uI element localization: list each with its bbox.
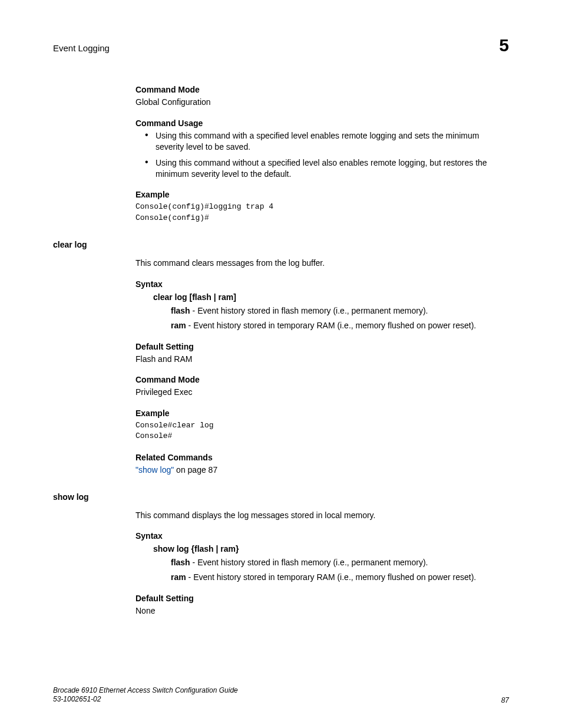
param-ram-desc: - Event history stored in temporary RAM …: [186, 572, 477, 582]
clear-log-content: This command clears messages from the lo…: [135, 258, 509, 476]
param-ram-name: ram: [171, 572, 186, 582]
param-ram-desc: - Event history stored in temporary RAM …: [186, 321, 477, 330]
heading-example: Example: [135, 190, 509, 199]
section-title: Event Logging: [53, 43, 110, 53]
heading-syntax: Syntax: [135, 531, 509, 541]
heading-command-usage: Command Usage: [135, 118, 509, 128]
related-commands-text: "show log" on page 87: [135, 465, 509, 476]
show-log-section: show log: [53, 492, 509, 502]
heading-syntax: Syntax: [135, 279, 509, 289]
param-flash-name: flash: [171, 558, 190, 567]
footer-doc-num: 53-1002651-02: [53, 695, 238, 704]
command-mode-text: Global Configuration: [135, 97, 509, 108]
param-flash-name: flash: [171, 306, 190, 315]
param-ram: ram - Event history stored in temporary …: [171, 572, 509, 583]
heading-default-setting: Default Setting: [135, 342, 509, 351]
example-code-block: Console#clear log Console#: [135, 420, 509, 442]
heading-default-setting: Default Setting: [135, 594, 509, 603]
heading-command-mode: Command Mode: [135, 375, 509, 384]
heading-example: Example: [135, 409, 509, 418]
prev-section-content: Command Mode Global Configuration Comman…: [135, 85, 509, 223]
show-log-intro: This command displays the log messages s…: [135, 510, 509, 521]
footer-page-num: 87: [501, 696, 509, 704]
footer-left: Brocade 6910 Ethernet Access Switch Conf…: [53, 686, 238, 704]
heading-related-commands: Related Commands: [135, 453, 509, 462]
usage-bullet-2: Using this command without a specified l…: [145, 157, 509, 180]
show-log-link[interactable]: "show log": [135, 465, 174, 475]
param-flash-desc: - Event history stored in flash memory (…: [190, 306, 428, 315]
param-ram: ram - Event history stored in temporary …: [171, 320, 509, 331]
clear-log-section: clear log: [53, 240, 509, 249]
syntax-block: clear log [flash | ram] flash - Event hi…: [153, 292, 509, 331]
syntax-command: clear log [flash | ram]: [153, 292, 509, 302]
param-flash-desc: - Event history stored in flash memory (…: [190, 558, 428, 567]
page-footer: Brocade 6910 Ethernet Access Switch Conf…: [53, 686, 509, 704]
default-setting-text: Flash and RAM: [135, 354, 509, 365]
related-after-text: on page 87: [174, 465, 217, 475]
sidebar-heading-show-log: show log: [53, 492, 135, 502]
param-flash: flash - Event history stored in flash me…: [171, 557, 509, 568]
footer-guide-title: Brocade 6910 Ethernet Access Switch Conf…: [53, 686, 238, 696]
syntax-command: show log {flash | ram}: [153, 544, 509, 554]
param-ram-name: ram: [171, 321, 186, 330]
param-flash: flash - Event history stored in flash me…: [171, 305, 509, 317]
default-setting-text: None: [135, 605, 509, 617]
usage-bullet-1: Using this command with a specified leve…: [145, 130, 509, 153]
sidebar-heading-clear-log: clear log: [53, 240, 135, 249]
command-mode-text: Privileged Exec: [135, 387, 509, 398]
example-code-block: Console(config)#logging trap 4 Console(c…: [135, 202, 509, 223]
show-log-content: This command displays the log messages s…: [135, 510, 509, 617]
clear-log-intro: This command clears messages from the lo…: [135, 258, 509, 269]
page-container: Event Logging 5 Command Mode Global Conf…: [0, 0, 562, 728]
syntax-block: show log {flash | ram} flash - Event his…: [153, 544, 509, 583]
chapter-number: 5: [499, 35, 509, 55]
page-header: Event Logging 5: [53, 35, 509, 55]
heading-command-mode: Command Mode: [135, 85, 509, 94]
usage-list: Using this command with a specified leve…: [135, 130, 509, 180]
